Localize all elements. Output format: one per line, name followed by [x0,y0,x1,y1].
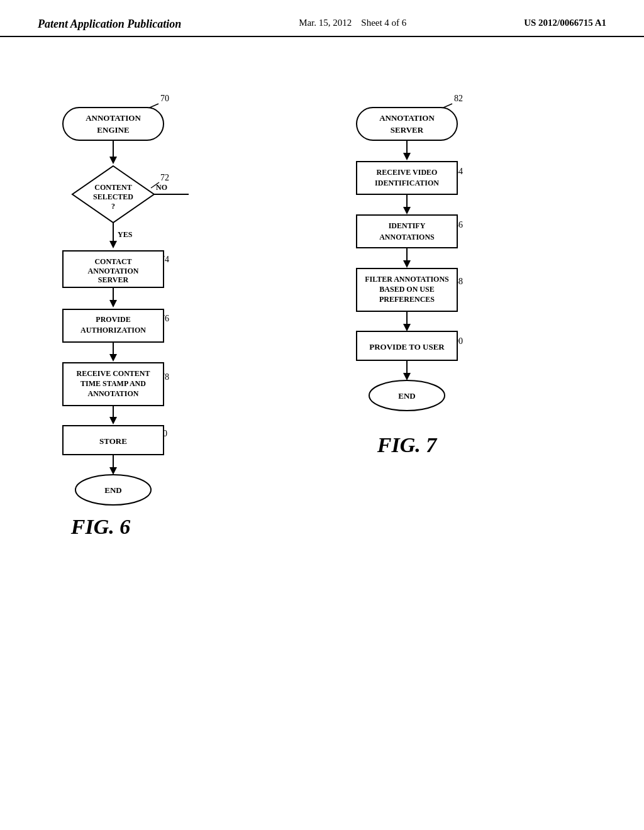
fig7-svg: 82 ANNOTATION SERVER 84 RECEIVE VIDEO ID… [331,69,606,584]
node-72-text1: CONTENT [94,183,131,192]
node-86-text1: IDENTIFY [389,221,426,230]
arrowhead-84-86 [403,207,411,214]
node-70-text2: ENGINE [97,125,129,135]
node-76-text2: AUTHORIZATION [80,326,146,335]
node-82-shape [357,108,457,140]
node-86-text2: ANNOTATIONS [379,233,435,241]
arrowhead-80-end [109,467,117,475]
node-74-text3: SERVER [98,275,129,284]
node-90-text: PROVIDE TO USER [369,342,445,351]
node-end6-text: END [104,485,121,495]
node-end7-text: END [398,391,415,401]
arrowhead-74-76 [109,300,117,307]
arrowhead-72-74 [109,241,117,248]
ref-70: 70 [160,94,169,103]
node-84-text1: RECEIVE VIDEO [377,168,438,177]
node-70-text1: ANNOTATION [86,113,141,123]
arrowhead-78-80 [109,417,117,424]
node-70-shape [63,108,164,140]
header-center: Mar. 15, 2012 Sheet 4 of 6 [299,18,406,28]
arrowhead-90-end [403,373,411,380]
node-80-text: STORE [99,436,127,446]
node-86-shape [357,215,457,248]
node-82-text1: ANNOTATION [379,113,435,123]
node-74-text1: CONTACT [94,257,131,266]
arrowhead-70-72 [109,157,117,164]
node-78-text2: TIME STAMP AND [80,379,146,388]
fig6-label: FIG. 6 [70,515,130,538]
node-78-text3: ANNOTATION [88,389,139,398]
node-88-text1: FILTER ANNOTATIONS [365,275,449,284]
node-84-text2: IDENTIFICATION [375,179,439,187]
node-84-shape [357,162,457,194]
node-76-text1: PROVIDE [96,315,130,324]
fig7-label: FIG. 7 [377,433,438,456]
header-sheet: Sheet 4 of 6 [361,18,406,28]
arrowhead-86-88 [403,260,411,268]
yes-label: YES [118,230,133,239]
node-88-text2: BASED ON USE [379,285,434,294]
header-publication-label: Patent Application Publication [38,18,181,31]
ref-82: 82 [454,94,463,103]
node-72-text3: ? [111,202,115,211]
fig6-svg: 70 ANNOTATION ENGINE 72 CONTENT SELECTED… [38,69,313,584]
fig6-container: 70 ANNOTATION ENGINE 72 CONTENT SELECTED… [38,69,313,584]
page-header: Patent Application Publication Mar. 15, … [0,0,644,37]
fig7-container: 82 ANNOTATION SERVER 84 RECEIVE VIDEO ID… [331,69,606,584]
node-88-text3: PREFERENCES [379,295,435,304]
ref-72: 72 [160,173,169,182]
arrowhead-76-78 [109,354,117,362]
page-container: Patent Application Publication Mar. 15, … [0,0,644,584]
arrowhead-88-90 [403,324,411,331]
header-patent-number: US 2012/0066715 A1 [524,18,606,28]
node-82-text2: SERVER [391,125,424,135]
arrowhead-82-84 [403,153,411,160]
node-74-text2: ANNOTATION [88,267,139,275]
node-78-text1: RECEIVE CONTENT [76,369,150,378]
node-72-text2: SELECTED [93,192,133,201]
no-label: NO [156,183,167,192]
header-date: Mar. 15, 2012 [299,18,352,28]
